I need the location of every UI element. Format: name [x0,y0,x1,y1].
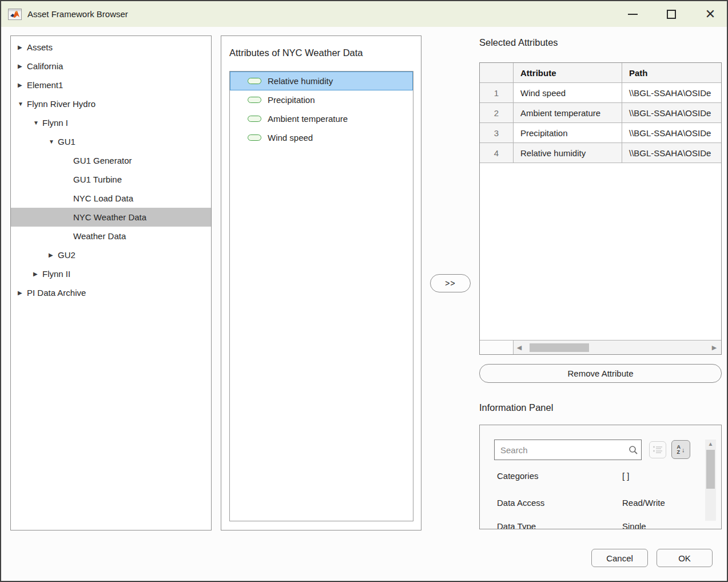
attribute-item-label: Ambient temperature [268,114,348,124]
window-controls: ✕ [603,5,720,24]
scrollbar-corner [480,341,514,354]
attribute-item-ambient-temperature[interactable]: Ambient temperature [230,109,413,128]
property-name: Categories [497,471,622,484]
cancel-button[interactable]: Cancel [591,549,648,567]
expand-arrow-icon[interactable]: ▼ [33,120,42,126]
tree-item-label: GU2 [58,250,75,260]
asset-tree: ▶ Assets ▶ California ▶ Element1 ▼ Flynn… [10,35,212,530]
table-row[interactable]: 4 Relative humidity \\BGL-SSAHA\OSIDe [480,143,721,163]
attribute-tag-icon [248,78,261,84]
table-header-row: Attribute Path [480,63,721,83]
tree-item-label: Assets [27,42,53,52]
collapse-arrow-icon[interactable]: ▶ [18,44,27,50]
scrollbar-track[interactable]: ◀ ▶ [514,341,721,354]
table-row[interactable]: 1 Wind speed \\BGL-SSAHA\OSIDe [480,83,721,103]
scrollbar-thumb[interactable] [706,450,715,489]
row-attribute: Precipitation [514,123,622,143]
table-empty-area [480,163,721,340]
information-panel: A Z ↓ ▲ ▼ Categories [ ] Data Access Rea… [479,425,722,529]
attribute-tag-icon [248,116,261,122]
table-row[interactable]: 2 Ambient temperature \\BGL-SSAHA\OSIDe [480,103,721,123]
tree-item-label: GU1 Generator [73,156,132,165]
expand-arrow-icon[interactable]: ▼ [49,138,58,145]
column-header-index [480,63,514,83]
tree-item-gu1[interactable]: ▼ GU1 [11,132,211,151]
attribute-item-precipitation[interactable]: Precipitation [230,90,413,109]
property-value: [ ] [622,471,695,484]
tree-item-nyc-load-data[interactable]: NYC Load Data [11,189,211,208]
tree-item-label: PI Data Archive [27,288,86,298]
minimize-icon [628,14,638,15]
sort-arrow-icon: ↓ [682,446,685,453]
tree-item-flynn-river-hydro[interactable]: ▼ Flynn River Hydro [11,94,211,113]
scroll-left-icon[interactable]: ◀ [514,344,525,351]
attribute-item-wind-speed[interactable]: Wind speed [230,128,413,147]
table-row[interactable]: 3 Precipitation \\BGL-SSAHA\OSIDe [480,123,721,143]
property-name: Data Type [497,521,622,529]
ok-button[interactable]: OK [657,549,713,567]
row-index: 3 [480,123,514,143]
scrollbar-thumb[interactable] [530,343,589,352]
dialog-body: ▶ Assets ▶ California ▶ Element1 ▼ Flynn… [1,27,727,581]
minimize-button[interactable] [623,5,642,24]
scroll-up-icon[interactable]: ▲ [705,441,716,447]
tree-item-weather-data[interactable]: Weather Data [11,227,211,246]
search-input[interactable] [495,445,625,455]
property-value: Single [622,521,695,529]
tree-item-label: Flynn I [42,118,68,128]
tree-item-gu2[interactable]: ▶ GU2 [11,246,211,264]
tree-item-label: Flynn II [42,269,70,279]
row-index: 4 [480,143,514,163]
grouped-list-icon [653,445,663,454]
tree-item-label: GU1 Turbine [73,175,122,184]
tree-item-pi-data-archive[interactable]: ▶ PI Data Archive [11,283,211,302]
row-path: \\BGL-SSAHA\OSIDe [622,103,721,123]
selected-attributes-table: Attribute Path 1 Wind speed \\BGL-SSAHA\… [479,62,722,355]
tree-item-flynn-i[interactable]: ▼ Flynn I [11,113,211,132]
attributes-list: Relative humidity Precipitation Ambient … [229,71,413,521]
attribute-item-label: Wind speed [268,133,313,142]
tree-item-flynn-ii[interactable]: ▶ Flynn II [11,264,211,283]
information-panel-title: Information Panel [479,402,553,413]
collapse-arrow-icon[interactable]: ▶ [33,271,42,277]
row-index: 2 [480,103,514,123]
group-properties-button[interactable] [649,441,666,458]
row-path: \\BGL-SSAHA\OSIDe [622,83,721,103]
tree-item-label: Weather Data [73,231,126,241]
row-path: \\BGL-SSAHA\OSIDe [622,143,721,163]
collapse-arrow-icon[interactable]: ▶ [18,290,27,296]
sort-alphabetical-button[interactable]: A Z ↓ [671,440,690,459]
collapse-arrow-icon[interactable]: ▶ [49,252,58,258]
property-value: Read/Write [622,498,695,510]
tree-item-gu1-generator[interactable]: GU1 Generator [11,151,211,170]
tree-item-nyc-weather-data[interactable]: NYC Weather Data [11,208,211,227]
scroll-right-icon[interactable]: ▶ [709,344,720,351]
remove-attribute-button[interactable]: Remove Attribute [479,364,722,383]
table-horizontal-scrollbar: ◀ ▶ [480,340,721,354]
attribute-item-label: Relative humidity [268,76,333,86]
column-header-attribute: Attribute [514,63,622,83]
attribute-item-relative-humidity[interactable]: Relative humidity [230,72,413,90]
row-attribute: Relative humidity [514,143,622,163]
property-row-data-type: Data Type Single [497,521,695,529]
collapse-arrow-icon[interactable]: ▶ [18,82,27,88]
tree-item-element1[interactable]: ▶ Element1 [11,76,211,94]
info-vertical-scrollbar[interactable]: ▲ ▼ [705,440,716,521]
close-button[interactable]: ✕ [701,5,720,24]
expand-arrow-icon[interactable]: ▼ [18,101,27,107]
add-attribute-button[interactable]: >> [430,274,471,292]
search-icon [625,445,641,455]
titlebar: Asset Framework Browser ✕ [1,1,727,27]
maximize-button[interactable] [662,5,681,24]
search-field [494,440,642,460]
attribute-tag-icon [248,134,261,141]
tree-item-gu1-turbine[interactable]: GU1 Turbine [11,170,211,189]
collapse-arrow-icon[interactable]: ▶ [18,63,27,69]
property-row-categories: Categories [ ] [497,471,695,484]
tree-item-assets[interactable]: ▶ Assets [11,38,211,57]
window-title: Asset Framework Browser [27,9,128,19]
tree-item-california[interactable]: ▶ California [11,57,211,76]
tree-item-label: NYC Load Data [73,193,133,203]
tree-item-label: California [27,61,63,71]
property-name: Data Access [497,498,622,510]
